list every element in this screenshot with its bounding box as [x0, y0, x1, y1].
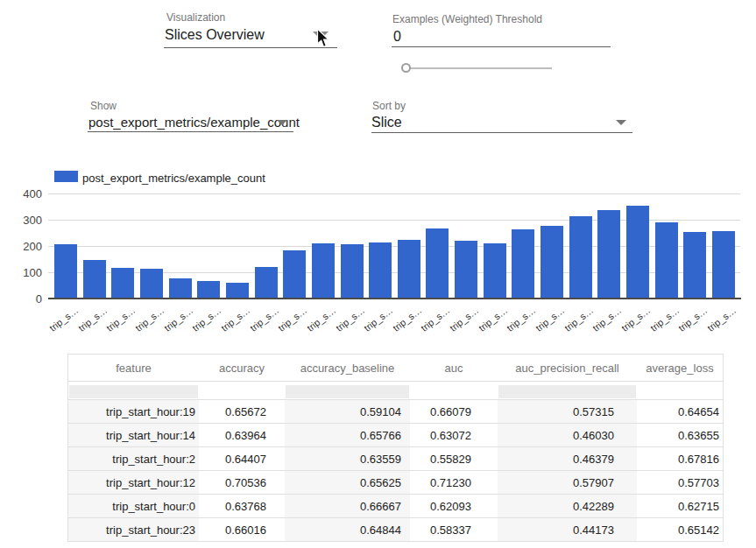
filter-cell [410, 382, 498, 399]
table-cell: 0.46030 [498, 424, 637, 446]
table-cell: 0.65625 [285, 471, 410, 494]
column-header-average_loss[interactable]: average_loss [637, 355, 723, 381]
bar-13[interactable] [426, 228, 449, 299]
column-header-accuracy[interactable]: accuracy [199, 355, 285, 381]
column-header-auc_precision_recall[interactable]: auc_precision_recall [498, 355, 637, 381]
filter-box [498, 385, 636, 398]
tfma-slicing-metrics-view: Visualization Slices Overview Examples (… [0, 0, 756, 548]
column-header-auc[interactable]: auc [410, 355, 498, 381]
table-cell: 0.57703 [637, 471, 723, 494]
bar-7[interactable] [255, 267, 278, 299]
bar-21[interactable] [655, 222, 678, 299]
table-cell: 0.66079 [410, 400, 498, 423]
table-cell: 0.58337 [410, 518, 498, 541]
y-axis-tick-label: 100 [4, 266, 42, 279]
table-cell: 0.62093 [410, 495, 498, 517]
filter-cell [637, 382, 723, 399]
bar-chart: 4003002001000trip_s…trip_s…trip_s…trip_s… [0, 0, 756, 350]
table-cell: 0.65672 [199, 400, 285, 423]
table-cell: 0.46379 [498, 447, 637, 470]
bar-0[interactable] [54, 244, 77, 299]
bar-2[interactable] [111, 268, 134, 299]
table-cell: 0.63768 [199, 495, 285, 517]
column-header-accuracy_baseline[interactable]: accuracy_baseline [285, 355, 410, 381]
y-axis-tick-label: 0 [4, 292, 42, 306]
bar-6[interactable] [226, 283, 249, 299]
table-cell: 0.59104 [285, 400, 410, 423]
bar-10[interactable] [341, 244, 364, 299]
bar-22[interactable] [683, 232, 706, 299]
bar-1[interactable] [83, 260, 106, 299]
table-row-trip_start_hour:19[interactable]: trip_start_hour:190.656720.591040.660790… [68, 399, 723, 423]
y-axis-tick-label: 200 [4, 240, 42, 253]
table-cell: 0.63072 [410, 424, 498, 446]
bar-3[interactable] [140, 269, 163, 299]
mouse-cursor-icon [316, 28, 330, 50]
table-row-trip_start_hour:23[interactable]: trip_start_hour:230.660160.648440.583370… [68, 517, 723, 541]
filter-cell [498, 382, 637, 399]
y-axis-tick-label: 300 [4, 214, 42, 227]
table-cell: 0.55829 [410, 447, 498, 470]
bar-4[interactable] [169, 278, 192, 299]
bar-19[interactable] [597, 210, 620, 299]
table-cell: 0.63559 [285, 447, 410, 470]
filter-cell [285, 382, 410, 399]
table-header-row: featureaccuracyaccuracy_baselineaucauc_p… [68, 355, 723, 381]
bar-14[interactable] [455, 241, 477, 299]
metrics-table: featureaccuracyaccuracy_baselineaucauc_p… [67, 354, 724, 542]
table-row-trip_start_hour:12[interactable]: trip_start_hour:120.705360.656250.712300… [68, 470, 723, 494]
filter-cell [199, 382, 285, 399]
x-axis-line [48, 298, 741, 299]
table-cell: 0.66016 [199, 518, 285, 541]
bar-20[interactable] [626, 206, 649, 299]
table-cell: trip_start_hour:12 [68, 471, 199, 494]
bar-16[interactable] [512, 229, 534, 299]
bar-15[interactable] [484, 243, 506, 299]
table-cell: 0.65142 [637, 518, 723, 541]
table-cell: 0.63655 [637, 424, 723, 446]
table-cell: trip_start_hour:19 [68, 400, 199, 423]
table-cell: trip_start_hour:2 [68, 447, 199, 470]
bar-17[interactable] [541, 226, 563, 299]
filter-box [286, 385, 409, 398]
y-axis-tick-label: 400 [4, 187, 42, 200]
bar-8[interactable] [283, 250, 306, 299]
table-cell: trip_start_hour:23 [68, 518, 199, 541]
table-cell: 0.63964 [199, 424, 285, 446]
gridline [48, 193, 740, 194]
filter-cell [68, 382, 199, 399]
table-cell: 0.66667 [285, 495, 410, 517]
table-cell: 0.42289 [498, 495, 637, 517]
table-cell: 0.57315 [498, 400, 637, 423]
table-cell: 0.64844 [285, 518, 410, 541]
bar-11[interactable] [369, 242, 392, 299]
table-cell: 0.44173 [498, 518, 637, 541]
table-cell: 0.64407 [199, 447, 285, 470]
table-cell: 0.62715 [637, 495, 723, 517]
table-cell: 0.65766 [285, 424, 410, 446]
filter-box [69, 385, 198, 398]
table-cell: 0.71230 [410, 471, 498, 494]
table-cell: 0.57907 [498, 471, 637, 494]
table-cell: 0.70536 [199, 471, 285, 494]
table-cell: trip_start_hour:14 [68, 424, 199, 446]
bar-9[interactable] [312, 243, 335, 299]
table-cell: trip_start_hour:0 [68, 495, 199, 517]
bar-18[interactable] [569, 216, 592, 299]
bar-12[interactable] [398, 240, 420, 299]
table-cell: 0.64654 [637, 400, 723, 423]
table-filter-row [68, 381, 723, 399]
table-row-trip_start_hour:0[interactable]: trip_start_hour:00.637680.666670.620930.… [68, 494, 723, 517]
column-header-feature[interactable]: feature [68, 355, 199, 381]
table-row-trip_start_hour:14[interactable]: trip_start_hour:140.639640.657660.630720… [68, 423, 723, 446]
table-row-trip_start_hour:2[interactable]: trip_start_hour:20.644070.635590.558290.… [68, 446, 723, 470]
bar-23[interactable] [712, 231, 735, 299]
table-cell: 0.67816 [637, 447, 723, 470]
bar-5[interactable] [197, 281, 220, 299]
